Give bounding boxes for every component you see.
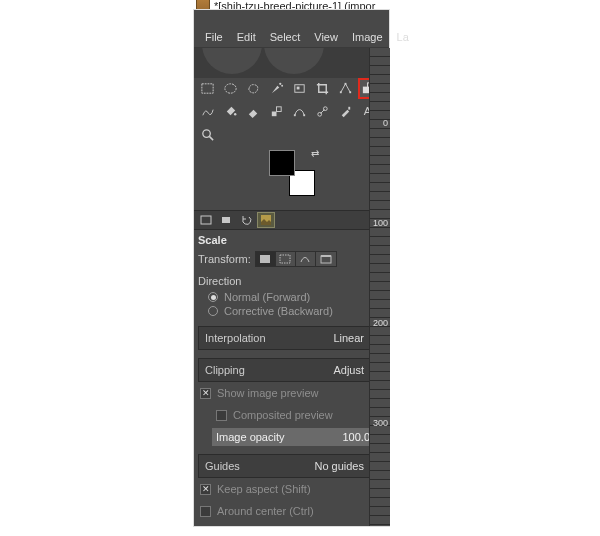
svg-rect-13 bbox=[277, 107, 282, 112]
ruler-mark: 100 bbox=[373, 218, 388, 228]
transform-target-selection[interactable] bbox=[276, 252, 296, 266]
svg-rect-8 bbox=[345, 83, 347, 85]
svg-point-21 bbox=[203, 130, 211, 138]
ruler-mark: 300 bbox=[373, 418, 388, 428]
svg-point-2 bbox=[279, 83, 281, 85]
svg-point-3 bbox=[281, 85, 283, 87]
guides-value: No guides bbox=[314, 460, 364, 472]
direction-corrective-radio[interactable] bbox=[208, 306, 218, 316]
guides-label: Guides bbox=[205, 460, 240, 472]
svg-rect-14 bbox=[294, 114, 296, 116]
tab-device-status[interactable] bbox=[217, 212, 235, 228]
svg-rect-24 bbox=[222, 217, 230, 223]
transform-target-layer[interactable] bbox=[256, 252, 276, 266]
svg-rect-28 bbox=[321, 256, 331, 263]
svg-line-18 bbox=[321, 110, 325, 114]
swap-colors-icon[interactable]: ⇄ bbox=[311, 148, 319, 159]
direction-group-label: Direction bbox=[198, 275, 385, 287]
guides-combo[interactable]: Guides No guides bbox=[198, 454, 385, 478]
warp-tool[interactable] bbox=[198, 102, 217, 121]
ruler-mark: 0 bbox=[383, 118, 388, 128]
around-center-label: Around center (Ctrl) bbox=[217, 505, 314, 517]
clipping-label: Clipping bbox=[205, 364, 245, 376]
toolbox: A ⇄ bbox=[194, 78, 389, 210]
svg-line-22 bbox=[209, 136, 213, 140]
svg-rect-29 bbox=[321, 255, 331, 257]
ruler-mark: 200 bbox=[373, 318, 388, 328]
image-opacity-spin[interactable]: Image opacity 100.0 ▲ ▼ bbox=[212, 428, 385, 446]
measure-tool[interactable] bbox=[313, 102, 332, 121]
around-center-checkbox[interactable] bbox=[200, 506, 211, 517]
tool-options-title: Scale bbox=[198, 232, 385, 249]
by-color-select-tool[interactable] bbox=[290, 79, 309, 98]
unified-transform-tool[interactable] bbox=[336, 79, 355, 98]
rect-select-tool[interactable] bbox=[198, 79, 217, 98]
svg-rect-7 bbox=[349, 91, 351, 93]
menu-view[interactable]: View bbox=[307, 28, 345, 46]
clone-tool[interactable] bbox=[267, 102, 286, 121]
tab-images[interactable] bbox=[257, 212, 275, 228]
svg-rect-0 bbox=[202, 84, 213, 93]
transform-target-path[interactable] bbox=[296, 252, 316, 266]
menu-select[interactable]: Select bbox=[263, 28, 308, 46]
svg-point-1 bbox=[225, 84, 236, 93]
header-decoration bbox=[194, 48, 389, 78]
color-picker-tool[interactable] bbox=[336, 102, 355, 121]
composited-preview-label: Composited preview bbox=[233, 409, 333, 421]
direction-normal-label: Normal (Forward) bbox=[224, 291, 310, 303]
svg-rect-26 bbox=[260, 255, 270, 263]
foreground-color-swatch[interactable] bbox=[269, 150, 295, 176]
free-select-tool[interactable] bbox=[244, 79, 263, 98]
show-preview-label: Show image preview bbox=[217, 387, 319, 399]
paths-tool[interactable] bbox=[290, 102, 309, 121]
clipping-value: Adjust bbox=[333, 364, 364, 376]
zoom-tool[interactable] bbox=[198, 125, 217, 144]
transform-target-segment bbox=[255, 251, 337, 267]
clipping-combo[interactable]: Clipping Adjust bbox=[198, 358, 385, 382]
bucket-fill-tool[interactable] bbox=[221, 102, 240, 121]
menu-bar: File Edit Select View Image La bbox=[194, 26, 389, 48]
transform-target-image[interactable] bbox=[316, 252, 336, 266]
show-preview-checkbox[interactable] bbox=[200, 388, 211, 399]
transform-label: Transform: bbox=[198, 253, 251, 265]
dock-tabs bbox=[194, 210, 389, 230]
keep-aspect-label: Keep aspect (Shift) bbox=[217, 483, 311, 495]
tool-options-panel: Scale Transform: Direction Normal (Forwa… bbox=[194, 230, 389, 524]
gimp-window: File Edit Select View Image La A bbox=[194, 10, 389, 526]
direction-corrective-label: Corrective (Backward) bbox=[224, 305, 333, 317]
menu-layer[interactable]: La bbox=[390, 28, 416, 46]
svg-rect-6 bbox=[340, 91, 342, 93]
crop-tool[interactable] bbox=[313, 79, 332, 98]
menu-image[interactable]: Image bbox=[345, 28, 390, 46]
ellipse-select-tool[interactable] bbox=[221, 79, 240, 98]
eraser-tool[interactable] bbox=[244, 102, 263, 121]
composited-preview-checkbox[interactable] bbox=[216, 410, 227, 421]
image-opacity-value: 100.0 bbox=[342, 431, 370, 443]
svg-point-11 bbox=[234, 113, 236, 115]
fuzzy-select-tool[interactable] bbox=[267, 79, 286, 98]
svg-rect-15 bbox=[303, 114, 305, 116]
image-opacity-label: Image opacity bbox=[216, 431, 284, 443]
svg-rect-12 bbox=[272, 112, 277, 117]
menu-file[interactable]: File bbox=[198, 28, 230, 46]
svg-rect-5 bbox=[297, 87, 300, 90]
svg-rect-19 bbox=[348, 107, 350, 110]
tab-undo-history[interactable] bbox=[237, 212, 255, 228]
interpolation-combo[interactable]: Interpolation Linear bbox=[198, 326, 385, 350]
svg-rect-27 bbox=[280, 255, 290, 263]
keep-aspect-checkbox[interactable] bbox=[200, 484, 211, 495]
vertical-ruler: 0 100 200 300 bbox=[369, 48, 390, 526]
fg-bg-color-widget[interactable]: ⇄ bbox=[269, 150, 315, 196]
interpolation-value: Linear bbox=[333, 332, 364, 344]
tab-tool-options[interactable] bbox=[197, 212, 215, 228]
interpolation-label: Interpolation bbox=[205, 332, 266, 344]
svg-rect-23 bbox=[201, 216, 211, 224]
menu-edit[interactable]: Edit bbox=[230, 28, 263, 46]
direction-normal-radio[interactable] bbox=[208, 292, 218, 302]
